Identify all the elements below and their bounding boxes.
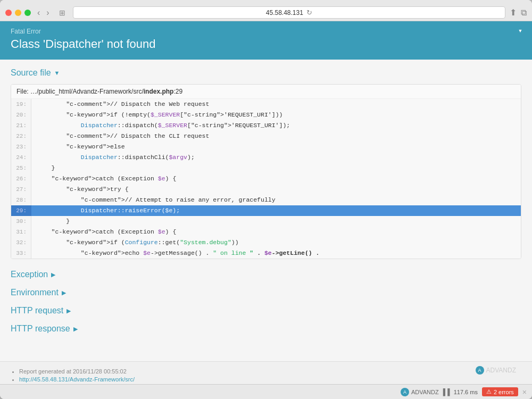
code-line: 23: "c-keyword">else bbox=[11, 142, 521, 152]
nav-buttons: ‹ › bbox=[35, 8, 52, 18]
source-file-section: Source file ▼ File: …/public_html/Advand… bbox=[11, 68, 521, 259]
line-content: } bbox=[31, 163, 521, 173]
forward-button[interactable]: › bbox=[44, 8, 51, 18]
address-bar[interactable]: 45.58.48.131 ↻ bbox=[73, 6, 505, 19]
browser-toolbar: ‹ › ⊞ 45.58.48.131 ↻ ⬆ ⧉ bbox=[0, 0, 532, 21]
browser-window: ‹ › ⊞ 45.58.48.131 ↻ ⬆ ⧉ ▼ Fatal Error C… bbox=[0, 0, 532, 399]
line-content: } bbox=[31, 216, 521, 227]
exception-title: Exception bbox=[11, 270, 48, 279]
file-path-container: File: …/public_html/Advandz-Framework/sr… bbox=[11, 84, 521, 259]
http-response-title: HTTP response bbox=[11, 324, 70, 334]
corner-dropdown[interactable]: ▼ bbox=[516, 27, 525, 35]
line-number: 30: bbox=[11, 216, 31, 227]
footer-link[interactable]: http://45.58.48.131/Advandz-Framework/sr… bbox=[19, 376, 135, 383]
line-content: Dispatcher::dispatchCli($argv); bbox=[31, 152, 521, 163]
status-close-button[interactable]: × bbox=[522, 388, 527, 396]
line-number: 31: bbox=[11, 227, 31, 237]
footer-logo-icon: A bbox=[476, 366, 484, 375]
line-content: "c-keyword">catch (Exception $e) { bbox=[31, 227, 521, 237]
errors-text: 2 errors bbox=[494, 389, 514, 395]
refresh-button[interactable]: ↻ bbox=[306, 9, 312, 16]
fullscreen-button[interactable] bbox=[24, 10, 31, 16]
line-content: Dispatcher::dispatch($_SERVER["c-string"… bbox=[31, 120, 521, 131]
tab-view-button[interactable]: ⊞ bbox=[56, 9, 69, 17]
footer-item: http://45.58.48.131/Advandz-Framework/sr… bbox=[19, 376, 521, 383]
status-bar: A ADVANDZ ▌▌ 117.6 ms ⚠ 2 errors × bbox=[0, 384, 532, 399]
file-path-value: …/public_html/Advandz-Framework/src/inde… bbox=[30, 88, 182, 95]
exception-section: Exception ▶ bbox=[11, 270, 521, 279]
code-container: 19: "c-comment">// Dispatch the Web requ… bbox=[11, 99, 521, 259]
environment-arrow: ▶ bbox=[62, 289, 66, 296]
code-line: 25: } bbox=[11, 163, 521, 173]
timing-value: 117.6 ms bbox=[454, 389, 478, 395]
footer-logo-text: ADVANDZ bbox=[486, 367, 516, 374]
errors-icon: ⚠ bbox=[486, 388, 492, 395]
line-number: 27: bbox=[11, 184, 31, 195]
sidebar-button[interactable]: ⧉ bbox=[521, 8, 527, 18]
line-content: "c-comment">// Dispatch the CLI request bbox=[31, 131, 521, 142]
footer-list: Report generated at 2016/11/28 00:55:02h… bbox=[11, 368, 521, 384]
line-number: 25: bbox=[11, 163, 31, 173]
environment-title: Environment bbox=[11, 288, 59, 297]
line-content: "c-keyword">echo $e->getMessage() . " on… bbox=[31, 248, 521, 259]
line-content: "c-keyword">else bbox=[31, 142, 521, 152]
http-response-section: HTTP response ▶ bbox=[11, 324, 521, 334]
line-number: 23: bbox=[11, 142, 31, 152]
code-line: 22: "c-comment">// Dispatch the CLI requ… bbox=[11, 131, 521, 142]
line-number: 21: bbox=[11, 120, 31, 131]
line-number: 33: bbox=[11, 248, 31, 259]
back-button[interactable]: ‹ bbox=[35, 8, 42, 18]
line-number: 32: bbox=[11, 237, 31, 248]
http-request-header[interactable]: HTTP request ▶ bbox=[11, 306, 521, 315]
line-content: "c-keyword">if (!empty($_SERVER["c-strin… bbox=[31, 110, 521, 120]
source-file-arrow: ▼ bbox=[54, 70, 60, 76]
source-file-title: Source file bbox=[11, 68, 51, 78]
line-content: "c-keyword">if (Configure::get("System.d… bbox=[31, 237, 521, 248]
close-button[interactable] bbox=[5, 10, 12, 16]
line-content: Dispatcher::raiseError($e); bbox=[31, 205, 521, 216]
environment-section: Environment ▶ bbox=[11, 288, 521, 297]
line-number: 26: bbox=[11, 173, 31, 184]
source-file-header[interactable]: Source file ▼ bbox=[11, 68, 521, 78]
exception-header[interactable]: Exception ▶ bbox=[11, 270, 521, 279]
page-content: Source file ▼ File: …/public_html/Advand… bbox=[0, 60, 532, 351]
line-content: "c-keyword">try { bbox=[31, 184, 521, 195]
code-line: 33: "c-keyword">echo $e->getMessage() . … bbox=[11, 248, 521, 259]
environment-header[interactable]: Environment ▶ bbox=[11, 288, 521, 297]
corner-arrow-icon: ▼ bbox=[518, 28, 523, 34]
line-number: 19: bbox=[11, 99, 31, 110]
page-footer: Report generated at 2016/11/28 00:55:02h… bbox=[0, 361, 532, 384]
line-number: 28: bbox=[11, 195, 31, 205]
code-line: 20: "c-keyword">if (!empty($_SERVER["c-s… bbox=[11, 110, 521, 120]
http-response-header[interactable]: HTTP response ▶ bbox=[11, 324, 521, 334]
line-content: "c-comment">// Attempt to raise any erro… bbox=[31, 195, 521, 205]
line-content: "c-keyword">catch (Exception $e) { bbox=[31, 173, 521, 184]
footer-logo: A ADVANDZ bbox=[476, 366, 516, 375]
traffic-lights bbox=[5, 10, 31, 16]
code-line: 30: } bbox=[11, 216, 521, 227]
status-brand-icon: A bbox=[401, 388, 409, 396]
fatal-error-label: Fatal Error bbox=[11, 28, 521, 35]
status-errors-badge[interactable]: ⚠ 2 errors bbox=[482, 387, 518, 396]
status-brand-text: ADVANDZ bbox=[411, 389, 439, 395]
share-button[interactable]: ⬆ bbox=[510, 7, 517, 18]
error-header: Fatal Error Class 'Dispatcher' not found bbox=[0, 21, 532, 60]
line-number: 24: bbox=[11, 152, 31, 163]
code-line: 21: Dispatcher::dispatch($_SERVER["c-str… bbox=[11, 120, 521, 131]
status-brand: A ADVANDZ bbox=[401, 388, 439, 396]
footer-item: Report generated at 2016/11/28 00:55:02 bbox=[19, 368, 521, 375]
minimize-button[interactable] bbox=[15, 10, 21, 16]
line-number: 22: bbox=[11, 131, 31, 142]
code-line: 19: "c-comment">// Dispatch the Web requ… bbox=[11, 99, 521, 110]
line-content: "c-comment">// Dispatch the Web request bbox=[31, 99, 521, 110]
code-line: 27: "c-keyword">try { bbox=[11, 184, 521, 195]
line-number: 29: bbox=[11, 205, 31, 216]
http-request-section: HTTP request ▶ bbox=[11, 306, 521, 315]
code-line: 24: Dispatcher::dispatchCli($argv); bbox=[11, 152, 521, 163]
browser-actions: ⬆ ⧉ bbox=[510, 7, 527, 18]
code-line: 29: Dispatcher::raiseError($e); bbox=[11, 205, 521, 216]
line-number: 20: bbox=[11, 110, 31, 120]
file-path-header: File: …/public_html/Advandz-Framework/sr… bbox=[11, 85, 521, 99]
code-line: 31: "c-keyword">catch (Exception $e) { bbox=[11, 227, 521, 237]
http-response-arrow: ▶ bbox=[73, 326, 78, 332]
